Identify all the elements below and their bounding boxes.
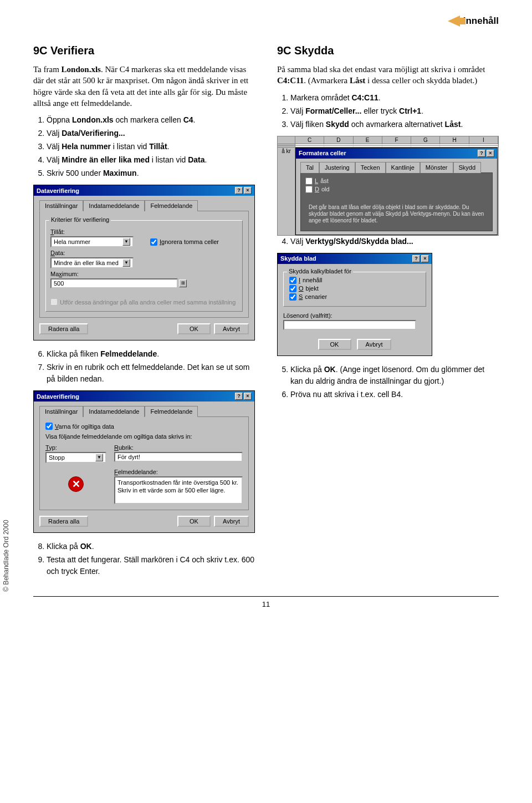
dialog-formatera-celler: Formatera celler ? × Tal Justering Tecke… [295,148,498,235]
tab-tal[interactable]: Tal [300,162,319,173]
tab-installningar[interactable]: Inställningar [39,200,83,211]
tab-indatameddelande[interactable]: Indatameddelande [83,200,145,211]
locked-checkbox[interactable]: Låst [305,177,329,185]
list-item: Välj fliken Skydd och avmarkera alternat… [290,119,499,130]
spreadsheet-snippet: CDEFGHI å kr Formatera celler ? × [277,136,499,236]
protect-note: Det går bara att låsa eller dölja objekt… [305,202,488,226]
caption-show-error: Visa följande felmeddelande om ogiltiga … [45,433,243,440]
dialog-title: Dataverifiering [37,187,79,194]
ok-button[interactable]: OK [177,516,211,527]
tab-indatameddelande[interactable]: Indatameddelande [83,406,145,417]
list-item: Välj Data/Verifiering... [47,128,255,139]
clear-all-button[interactable]: Radera alla [39,323,88,334]
list-item: Skriv in en rubrik och ett felmeddelande… [47,362,255,385]
toc-label: Innehåll [463,16,499,27]
password-input[interactable] [283,320,416,330]
label-password: Lösenord (valfritt): [283,312,426,319]
dialog-title: Formatera celler [299,150,346,156]
list-item: Klicka på fliken Felmeddelande. [47,348,255,360]
page-number: 11 [33,596,499,608]
list-item: Markera området C4:C11. [290,92,499,104]
group-protect-for: Skydda kalkylbladet för [287,268,353,275]
dialog-title: Dataverifiering [37,393,79,400]
cancel-button[interactable]: Avbryt [214,516,249,527]
label-allow: Tillåt: [50,228,238,235]
toc-link[interactable]: Innehåll [448,16,499,27]
dialog-skydda-blad: Skydda blad ? × Skydda kalkylbladet för … [277,253,432,356]
data-combo[interactable]: Mindre än eller lika med▼ [50,257,134,268]
tab-felmeddelande[interactable]: Felmeddelande [145,406,198,417]
range-picker-icon[interactable]: ⊞ [179,279,187,287]
protect-scenarios-checkbox[interactable]: Scenarier [289,293,327,301]
tab-tecken[interactable]: Tecken [355,162,386,173]
help-icon[interactable]: ? [478,150,485,157]
left-column: 9C Verifiera Ta fram London.xls. När C4 … [33,44,255,583]
tab-monster[interactable]: Mönster [420,162,453,173]
close-icon[interactable]: × [421,255,429,262]
tab-justering[interactable]: Justering [319,162,355,173]
protect-objects-checkbox[interactable]: Objekt [289,285,319,292]
label-data: Data: [50,250,238,256]
apply-all-checkbox: Utför dessa ändringar på alla andra cell… [50,298,236,306]
close-icon[interactable]: × [244,187,252,194]
list-item: Välj Format/Celler... eller tryck Ctrl+1… [290,105,499,117]
label-type: Typ: [45,444,106,451]
ignore-blank-checkbox[interactable]: Ignorera tomma celler [150,238,219,246]
label-max: Maximum: [50,271,238,277]
list-item: Klicka på OK. [47,541,255,552]
help-icon[interactable]: ? [412,255,420,262]
steps-block-1: Öppna London.xls och markera cellen C4. … [33,114,255,179]
list-item: Testa att det fungerar. Ställ markören i… [47,554,255,577]
arrow-left-icon [448,16,460,27]
protect-steps-1: Markera området C4:C11. Välj Format/Cell… [277,92,499,130]
chevron-down-icon: ▼ [122,238,130,246]
tab-felmeddelande[interactable]: Felmeddelande [145,200,198,211]
close-icon[interactable]: × [487,150,494,157]
heading-protect: 9C Skydda [277,44,499,57]
steps-block-2: Klicka på fliken Felmeddelande. Skriv in… [33,348,255,385]
clear-all-button[interactable]: Radera alla [39,516,88,527]
ok-button[interactable]: OK [177,323,211,334]
label-rubrik: Rubrik: [114,444,243,451]
chevron-down-icon: ▼ [95,454,103,461]
title-input[interactable]: För dyrt! [114,452,243,462]
allow-combo[interactable]: Hela nummer▼ [50,236,134,247]
list-item: Öppna London.xls och markera cellen C4. [47,114,255,126]
dialog-dataverifiering-settings: Dataverifiering ? × Inställningar Indata… [33,185,255,340]
max-input[interactable]: 500 [50,278,178,288]
ok-button[interactable]: OK [318,339,351,350]
help-icon[interactable]: ? [235,393,243,400]
list-item: Klicka på OK. (Ange inget lösenord. Om d… [290,364,499,387]
dialog-title: Skydda blad [280,255,316,262]
list-item: Välj Verktyg/Skydd/Skydda blad... [290,236,499,247]
cancel-button[interactable]: Avbryt [357,339,392,350]
dialog-dataverifiering-error: Dataverifiering ? × Inställningar Indata… [33,390,255,533]
group-label: Kriterier för verifiering [49,216,111,223]
copyright: © Behandlade Ord 2000 [2,520,10,592]
heading-verify: 9C Verifiera [33,44,255,57]
chevron-down-icon: ▼ [122,259,130,267]
label-felmeddelande: Felmeddelande: [114,469,243,475]
list-item: Skriv 500 under Maximun. [47,167,255,179]
protect-contents-checkbox[interactable]: Innehåll [289,277,323,284]
tab-kantlinje[interactable]: Kantlinje [386,162,420,173]
type-combo[interactable]: Stopp▼ [45,452,106,463]
list-item: Välj Hela nummer i listan vid Tillåt. [47,141,255,153]
stop-icon: ✕ [68,476,84,492]
list-item: Välj Mindre än eller lika med i listan v… [47,154,255,166]
cancel-button[interactable]: Avbryt [214,323,249,334]
message-textarea[interactable]: Transportkostnaden får inte överstiga 50… [114,476,243,504]
list-item: Pröva nu att skriva i t.ex. cell B4. [290,389,499,400]
right-column: 9C Skydda På samma blad ska det endast v… [277,44,499,583]
protect-steps-2: Klicka på OK. (Ange inget lösenord. Om d… [277,364,499,400]
protect-step-4: Välj Verktyg/Skydd/Skydda blad... [277,236,499,247]
intro-protect: På samma blad ska det endast vara möjlig… [277,64,499,87]
tab-installningar[interactable]: Inställningar [39,406,83,417]
help-icon[interactable]: ? [235,187,243,194]
intro-verify: Ta fram London.xls. När C4 markeras ska … [33,64,255,109]
warn-invalid-checkbox[interactable]: Varna för ogiltiga data [45,423,114,430]
close-icon[interactable]: × [244,393,252,400]
steps-block-3: Klicka på OK. Testa att det fungerar. St… [33,541,255,577]
tab-skydd[interactable]: Skydd [453,162,482,173]
hidden-checkbox[interactable]: Dold [305,186,330,193]
